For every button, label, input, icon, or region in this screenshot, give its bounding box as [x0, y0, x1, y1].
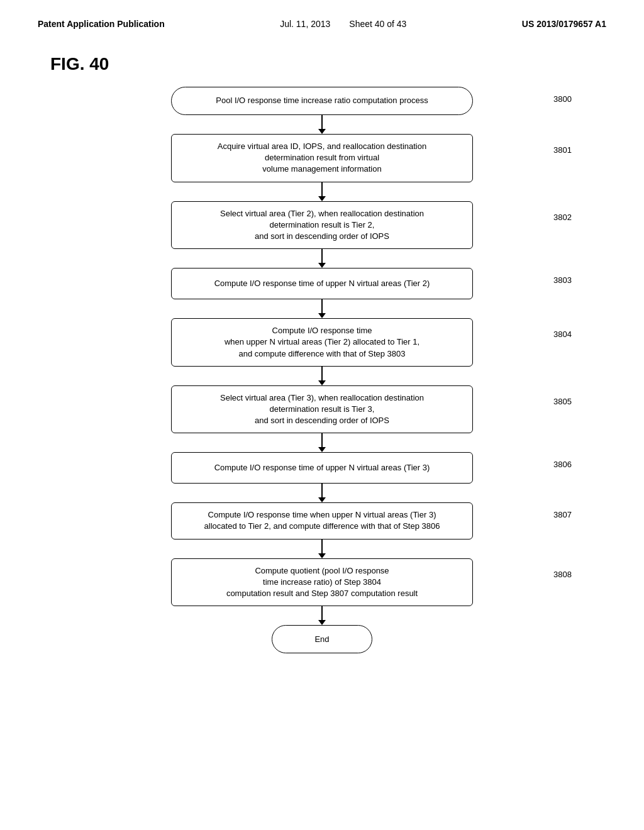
label-3807: 3807 [553, 510, 572, 519]
node-3803-text: Compute I/O response time of upper N vir… [214, 278, 430, 289]
flowchart: Pool I/O response time increase ratio co… [38, 87, 606, 653]
arrow-3-4 [318, 299, 326, 318]
node-3801: Acquire virtual area ID, IOPS, and reall… [171, 134, 473, 182]
node-3802-container: Select virtual area (Tier 2), when reall… [38, 201, 606, 250]
node-3807-text: Compute I/O response time when upper N v… [204, 509, 440, 532]
node-3802-text: Select virtual area (Tier 2), when reall… [220, 208, 424, 243]
node-3804-text: Compute I/O response time when upper N v… [225, 325, 419, 360]
node-end-container: End [38, 625, 606, 653]
arrow-5-6 [318, 433, 326, 452]
arrow-4-5 [318, 367, 326, 385]
header-date: Jul. 11, 2013 [280, 19, 330, 29]
header-center: Jul. 11, 2013 Sheet 40 of 43 [280, 19, 406, 29]
arrow-0-1 [318, 115, 326, 134]
label-3801: 3801 [553, 145, 572, 155]
label-3804: 3804 [553, 329, 572, 339]
node-3805-text: Select virtual area (Tier 3), when reall… [220, 392, 424, 427]
node-3803: Compute I/O response time of upper N vir… [171, 268, 473, 299]
node-3807-container: Compute I/O response time when upper N v… [38, 502, 606, 539]
node-3801-text: Acquire virtual area ID, IOPS, and reall… [218, 141, 426, 175]
node-3808-container: Compute quotient (pool I/O response time… [38, 558, 606, 607]
node-3805-container: Select virtual area (Tier 3), when reall… [38, 385, 606, 434]
node-3806-container: Compute I/O response time of upper N vir… [38, 452, 606, 484]
arrow-7-8 [318, 540, 326, 558]
node-3804: Compute I/O response time when upper N v… [171, 318, 473, 367]
arrow-1-2 [318, 182, 326, 201]
node-3803-container: Compute I/O response time of upper N vir… [38, 268, 606, 299]
page: Patent Application Publication Jul. 11, … [0, 0, 644, 830]
label-3800: 3800 [553, 94, 572, 104]
node-3804-container: Compute I/O response time when upper N v… [38, 318, 606, 367]
node-3800: Pool I/O response time increase ratio co… [171, 87, 473, 115]
arrow-6-7 [318, 484, 326, 502]
node-3805: Select virtual area (Tier 3), when reall… [171, 385, 473, 434]
node-3800-container: Pool I/O response time increase ratio co… [38, 87, 606, 115]
header-patent: US 2013/0179657 A1 [522, 19, 606, 29]
node-3806: Compute I/O response time of upper N vir… [171, 452, 473, 484]
header-left: Patent Application Publication [38, 19, 165, 29]
figure-label: FIG. 40 [50, 54, 606, 74]
node-3808-text: Compute quotient (pool I/O response time… [226, 565, 418, 600]
node-3808: Compute quotient (pool I/O response time… [171, 558, 473, 607]
node-3800-text: Pool I/O response time increase ratio co… [216, 95, 428, 106]
label-3803: 3803 [553, 275, 572, 285]
header-sheet: Sheet 40 of 43 [349, 19, 406, 29]
label-3805: 3805 [553, 397, 572, 406]
node-3802: Select virtual area (Tier 2), when reall… [171, 201, 473, 250]
node-end: End [272, 625, 372, 653]
node-3801-container: Acquire virtual area ID, IOPS, and reall… [38, 134, 606, 182]
label-3802: 3802 [553, 213, 572, 222]
page-header: Patent Application Publication Jul. 11, … [38, 19, 606, 29]
arrow-8-end [318, 606, 326, 625]
label-3806: 3806 [553, 460, 572, 469]
node-3806-text: Compute I/O response time of upper N vir… [214, 462, 430, 473]
label-3808: 3808 [553, 570, 572, 579]
node-end-text: End [314, 634, 329, 644]
arrow-2-3 [318, 249, 326, 268]
node-3807: Compute I/O response time when upper N v… [171, 502, 473, 539]
